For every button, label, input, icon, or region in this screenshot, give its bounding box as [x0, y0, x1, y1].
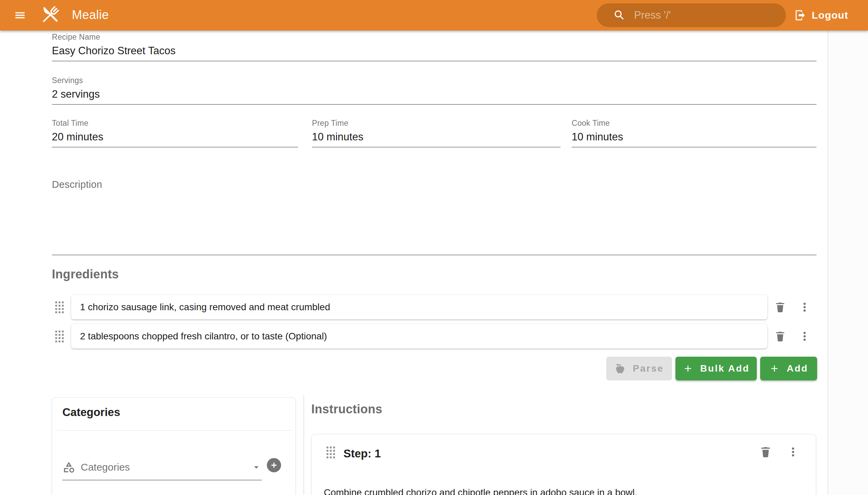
plus-icon	[682, 363, 693, 374]
drag-handle-icon[interactable]	[55, 330, 64, 343]
column-divider	[304, 395, 304, 495]
prep-time-field: Prep Time	[312, 119, 560, 148]
logout-button[interactable]: Logout	[792, 6, 850, 24]
prep-time-input[interactable]	[312, 128, 560, 148]
fork-knife-logo-icon	[38, 4, 62, 27]
step-title: Step: 1	[343, 447, 381, 460]
chevron-down-icon	[251, 462, 262, 473]
categories-heading: Categories	[62, 406, 120, 419]
cook-time-field: Cook Time	[572, 119, 816, 148]
description-textarea[interactable]	[52, 190, 816, 255]
shapes-icon	[62, 461, 75, 474]
search-bar[interactable]	[597, 3, 786, 27]
logout-label: Logout	[812, 10, 848, 21]
page-gutter	[828, 31, 868, 495]
parse-button[interactable]: Parse	[606, 357, 672, 380]
app-header: Mealie Logout	[0, 0, 868, 31]
ingredient-row	[71, 324, 767, 348]
add-category-button[interactable]	[267, 458, 281, 472]
ingredient-input[interactable]	[71, 324, 767, 348]
ingredients-heading: Ingredients	[52, 267, 119, 281]
plus-icon	[769, 363, 780, 374]
ingredient-row	[71, 295, 767, 319]
plus-icon	[270, 461, 278, 470]
delete-step-button[interactable]	[758, 444, 773, 459]
instructions-heading: Instructions	[311, 402, 382, 416]
drag-handle-icon[interactable]	[326, 446, 335, 459]
recipe-name-label: Recipe Name	[52, 33, 816, 42]
servings-field: Servings	[52, 76, 816, 105]
delete-ingredient-button[interactable]	[773, 300, 788, 314]
categories-select[interactable]: Categories	[62, 455, 262, 480]
add-ingredient-button[interactable]: Add	[760, 357, 817, 380]
add-label: Add	[787, 363, 808, 374]
cook-time-label: Cook Time	[572, 119, 816, 128]
recipe-name-input[interactable]	[52, 42, 816, 62]
content-right-border	[828, 31, 828, 495]
total-time-label: Total Time	[52, 119, 298, 128]
cook-time-input[interactable]	[572, 128, 816, 148]
delete-ingredient-button[interactable]	[773, 329, 788, 344]
search-icon	[613, 9, 626, 22]
total-time-input[interactable]	[52, 128, 298, 148]
bulk-add-button[interactable]: Bulk Add	[676, 357, 757, 380]
description-field: Description	[52, 179, 816, 255]
logout-icon	[794, 9, 806, 21]
recipe-name-field: Recipe Name	[52, 33, 816, 62]
categories-card: Categories Categories	[52, 397, 296, 495]
drag-handle-icon[interactable]	[55, 302, 64, 313]
hamburger-icon	[13, 9, 27, 21]
kebab-menu-icon	[799, 330, 810, 342]
kebab-menu-icon	[787, 446, 799, 458]
trash-icon	[774, 330, 786, 342]
categories-select-label: Categories	[81, 461, 251, 473]
total-time-field: Total Time	[52, 119, 298, 148]
menu-button[interactable]	[12, 8, 28, 23]
ingredient-menu-button[interactable]	[797, 329, 812, 344]
categories-divider	[57, 430, 292, 431]
parse-label: Parse	[633, 363, 664, 374]
trash-icon	[774, 301, 786, 313]
servings-label: Servings	[52, 76, 816, 85]
step-text[interactable]: Combine crumbled chorizo and chipotle pe…	[324, 486, 799, 495]
ingredient-menu-button[interactable]	[797, 300, 812, 314]
search-input[interactable]	[633, 9, 776, 22]
apple-icon	[614, 363, 626, 374]
instruction-step-card: Step: 1 Combine crumbled chorizo and chi…	[311, 434, 816, 495]
step-menu-button[interactable]	[786, 444, 801, 459]
app-title: Mealie	[72, 8, 109, 22]
servings-input[interactable]	[52, 85, 816, 105]
prep-time-label: Prep Time	[312, 119, 560, 128]
bulk-add-label: Bulk Add	[700, 363, 750, 374]
ingredient-input[interactable]	[71, 295, 767, 319]
kebab-menu-icon	[799, 302, 810, 313]
trash-icon	[759, 445, 772, 458]
description-label: Description	[52, 179, 816, 190]
